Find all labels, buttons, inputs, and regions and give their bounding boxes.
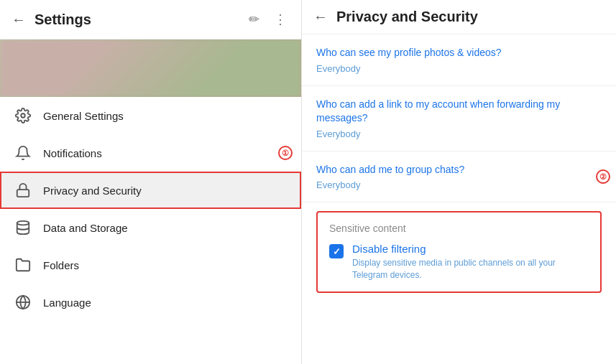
- privacy-answer-forwarding: Everybody: [316, 129, 602, 139]
- privacy-answer-groups: Everybody: [316, 179, 602, 190]
- privacy-question-groups: Who can add me to group chats?: [316, 163, 602, 177]
- data-storage-label: Data and Storage: [43, 222, 287, 234]
- annotation-2: ②: [596, 169, 610, 184]
- svg-point-0: [21, 113, 25, 118]
- gear-icon: [14, 107, 32, 124]
- left-panel-title: Settings: [35, 11, 237, 28]
- privacy-content: Who can see my profile photos & videos? …: [302, 34, 616, 364]
- sidebar-item-general[interactable]: General Settings: [0, 97, 301, 134]
- profile-banner: [0, 39, 301, 97]
- sensitive-content-section: Sensitive content Disable filtering Disp…: [316, 211, 602, 293]
- folders-label: Folders: [43, 259, 287, 271]
- language-icon: [14, 294, 32, 311]
- privacy-item-forwarding[interactable]: Who can add a link to my account when fo…: [302, 86, 616, 151]
- sensitive-text-block: Disable filtering Display sensitive medi…: [352, 243, 589, 281]
- svg-rect-1: [17, 190, 29, 197]
- privacy-question-forwarding: Who can add a link to my account when fo…: [316, 98, 602, 126]
- storage-icon: [14, 219, 32, 236]
- privacy-question-photos: Who can see my profile photos & videos?: [316, 46, 602, 60]
- disable-filtering-description: Display sensitive media in public channe…: [352, 257, 589, 281]
- privacy-answer-photos: Everybody: [316, 63, 602, 74]
- language-label: Language: [43, 297, 287, 309]
- sidebar-item-language[interactable]: Language: [0, 284, 301, 321]
- right-panel-title: Privacy and Security: [336, 9, 478, 25]
- privacy-item-photos[interactable]: Who can see my profile photos & videos? …: [302, 34, 616, 86]
- left-header: ← Settings ✏ ⋮: [0, 0, 301, 39]
- right-back-button[interactable]: ←: [313, 9, 328, 25]
- general-settings-label: General Settings: [43, 110, 287, 122]
- svg-point-2: [17, 221, 29, 225]
- disable-filtering-label: Disable filtering: [352, 243, 589, 255]
- sidebar-item-data[interactable]: Data and Storage: [0, 209, 301, 246]
- left-panel: ← Settings ✏ ⋮ General Settings: [0, 0, 302, 364]
- notifications-label: Notifications: [43, 147, 287, 159]
- right-panel: ← Privacy and Security Who can see my pr…: [302, 0, 616, 364]
- sidebar-item-privacy[interactable]: Privacy and Security: [0, 172, 301, 209]
- edit-icon[interactable]: ✏: [246, 9, 262, 30]
- privacy-security-label: Privacy and Security: [43, 185, 287, 197]
- left-back-button[interactable]: ←: [12, 11, 26, 28]
- sensitive-row: Disable filtering Display sensitive medi…: [329, 243, 589, 281]
- privacy-item-groups[interactable]: Who can add me to group chats? Everybody…: [302, 151, 616, 203]
- sidebar-item-notifications[interactable]: Notifications ①: [0, 134, 301, 172]
- settings-menu-list: General Settings Notifications ① Privacy…: [0, 97, 301, 364]
- sensitive-section-title: Sensitive content: [329, 223, 589, 234]
- lock-icon: [14, 182, 32, 199]
- folder-icon: [14, 256, 32, 274]
- more-options-icon[interactable]: ⋮: [271, 9, 290, 30]
- disable-filtering-checkbox[interactable]: [329, 244, 344, 258]
- bell-icon: [14, 144, 32, 162]
- right-header: ← Privacy and Security: [302, 0, 616, 34]
- profile-banner-image: [0, 39, 301, 97]
- sidebar-item-folders[interactable]: Folders: [0, 246, 301, 284]
- notification-badge: ①: [278, 146, 293, 160]
